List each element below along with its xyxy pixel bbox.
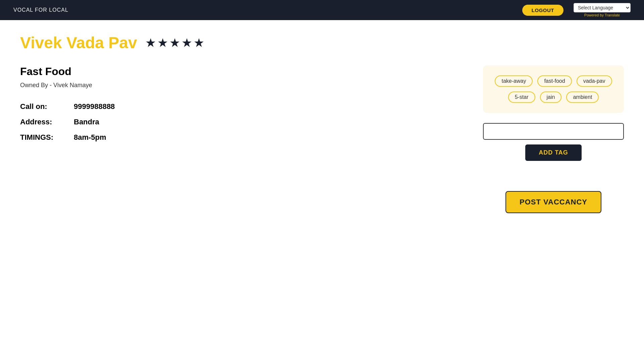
timings-key: TIMINGS: xyxy=(20,133,74,142)
language-select[interactable]: Select Language xyxy=(574,3,631,12)
post-vacancy-button[interactable]: POST VACCANCY xyxy=(505,191,601,213)
category-label: Fast Food xyxy=(20,65,456,78)
stars-row: ★ ★ ★ ★ ★ xyxy=(145,36,204,50)
star-3: ★ xyxy=(169,36,180,50)
post-vacancy-wrap: POST VACCANCY xyxy=(483,191,624,213)
address-row: Address: Bandra xyxy=(20,118,456,126)
star-1: ★ xyxy=(145,36,156,50)
tag-chip: vada-pav xyxy=(577,75,612,87)
tag-input[interactable] xyxy=(483,123,624,140)
left-section: Fast Food Owned By - Vivek Namaye Call o… xyxy=(20,65,456,213)
star-2: ★ xyxy=(157,36,168,50)
brand-label: VOCAL FOR LOCAL xyxy=(13,7,68,13)
header: VOCAL FOR LOCAL LOGOUT Select Language P… xyxy=(0,0,644,20)
logout-button[interactable]: LOGOUT xyxy=(522,5,564,16)
call-row: Call on: 9999988888 xyxy=(20,102,456,111)
address-key: Address: xyxy=(20,118,74,126)
timings-row: TIMINGS: 8am-5pm xyxy=(20,133,456,142)
body-layout: Fast Food Owned By - Vivek Namaye Call o… xyxy=(20,65,624,213)
title-row: Vivek Vada Pav ★ ★ ★ ★ ★ xyxy=(20,34,624,52)
star-5: ★ xyxy=(194,36,204,50)
tag-chip: 5-star xyxy=(508,92,535,103)
tag-chip: ambient xyxy=(566,92,599,103)
tag-chip: jain xyxy=(540,92,562,103)
call-value: 9999988888 xyxy=(74,102,115,111)
tags-box: take-awayfast-foodvada-pav5-starjainambi… xyxy=(483,65,624,113)
tag-input-area: ADD TAG xyxy=(483,123,624,161)
powered-by-text: Powered by Translate xyxy=(584,13,620,17)
restaurant-title: Vivek Vada Pav xyxy=(20,34,137,52)
add-tag-button[interactable]: ADD TAG xyxy=(525,144,582,161)
star-4: ★ xyxy=(181,36,192,50)
timings-value: 8am-5pm xyxy=(74,133,106,142)
tag-chip: fast-food xyxy=(537,75,572,87)
address-value: Bandra xyxy=(74,118,99,126)
right-section: take-awayfast-foodvada-pav5-starjainambi… xyxy=(483,65,624,213)
call-key: Call on: xyxy=(20,102,74,111)
main-content: Vivek Vada Pav ★ ★ ★ ★ ★ Fast Food Owned… xyxy=(0,20,644,227)
owner-label: Owned By - Vivek Namaye xyxy=(20,82,456,89)
header-right: LOGOUT Select Language Powered by Transl… xyxy=(522,3,631,17)
language-selector-wrap: Select Language Powered by Translate xyxy=(574,3,631,17)
tag-chip: take-away xyxy=(495,75,533,87)
